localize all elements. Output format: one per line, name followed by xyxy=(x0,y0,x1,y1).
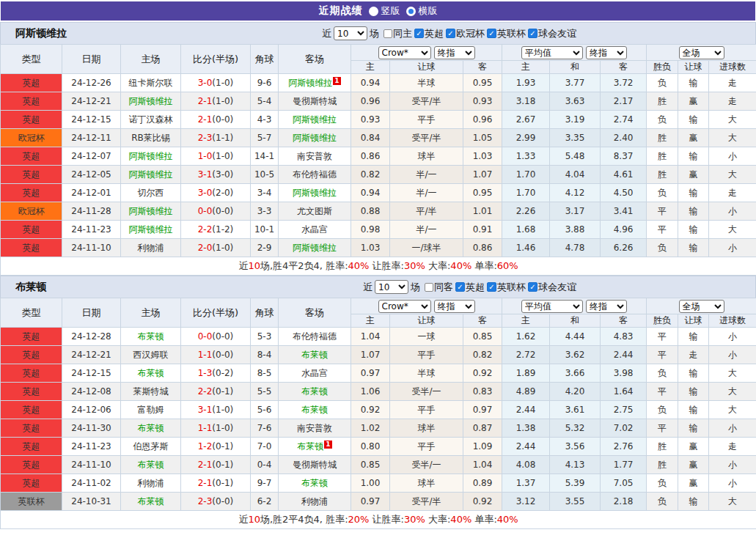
column-header: 日期 xyxy=(62,298,121,328)
avg-stage-select[interactable]: 终指 xyxy=(586,46,627,59)
match-date: 24-11-28 xyxy=(62,202,121,221)
avg-provider-select[interactable]: 平均值 xyxy=(521,300,583,313)
score: 0-0(0-0) xyxy=(181,202,251,221)
league-filter-checkbox[interactable]: ✓球会友谊 xyxy=(528,27,576,40)
result-outcome: 平 xyxy=(647,221,678,239)
halftime-score: (0-0) xyxy=(212,331,233,342)
recent-count-select[interactable]: 10 xyxy=(334,26,367,40)
team-label: 利物浦 xyxy=(138,243,164,253)
team-label: 阿斯顿维拉 xyxy=(293,133,337,143)
result-outcome: 负 xyxy=(647,364,678,383)
avg-provider-select[interactable]: 平均值 xyxy=(521,46,583,59)
match-row: 英超24-12-15布莱顿1-3(0-2)8-5水晶宫0.97半球0.921.8… xyxy=(1,364,756,383)
summary-segment: 10 xyxy=(248,260,260,271)
odds-provider-select[interactable]: Crow* xyxy=(378,300,431,313)
fulltime-scope-select[interactable]: 全场 xyxy=(679,300,724,313)
page: 近期战绩 竖版 横版 阿斯顿维拉近10场同主✓英超✓欧冠杯✓英联杯✓球会友谊类型… xyxy=(0,1,756,529)
fulltime-scope-select[interactable]: 全场 xyxy=(679,46,724,59)
league-filter-checkbox[interactable]: ✓英超 xyxy=(414,27,444,40)
result-goals: 小 xyxy=(709,474,756,493)
halftime-score: (1-0) xyxy=(212,78,233,88)
avg-home-odds: 2.44 xyxy=(502,401,550,419)
league-filter-label: 英联杯 xyxy=(497,27,526,40)
avg-group-header: 平均值终指 xyxy=(502,45,647,61)
venue-filter-checkbox[interactable]: 同主 xyxy=(383,27,412,40)
team-label: 切尔西 xyxy=(138,188,164,198)
checkbox-checked-icon[interactable]: ✓ xyxy=(414,29,424,38)
checkbox-checked-icon[interactable]: ✓ xyxy=(528,282,537,292)
radio-option-vertical[interactable]: 竖版 xyxy=(369,4,400,18)
venue-filter-checkbox[interactable]: 同客 xyxy=(425,281,453,294)
checkbox-unchecked-icon[interactable] xyxy=(425,283,433,292)
checkbox-checked-icon[interactable]: ✓ xyxy=(487,282,496,292)
fulltime-score: 3-0 xyxy=(198,188,213,198)
result-handicap: 赢 xyxy=(678,456,709,474)
crow-home-odds: 0.97 xyxy=(351,493,390,511)
fulltime-score: 2-2 xyxy=(198,224,213,235)
score: 1-3(0-2) xyxy=(181,364,251,383)
checkbox-unchecked-icon[interactable] xyxy=(383,29,392,38)
checkbox-checked-icon[interactable]: ✓ xyxy=(487,29,496,38)
odds-provider-select[interactable]: Crow* xyxy=(378,46,431,59)
score: 1-0(1-0) xyxy=(181,147,251,166)
checkbox-checked-icon[interactable]: ✓ xyxy=(446,29,455,38)
result-goals: 大 xyxy=(709,221,756,239)
crow-handicap: 平手 xyxy=(390,438,463,456)
avg-stage-select[interactable]: 终指 xyxy=(586,300,627,313)
league-filter-checkbox[interactable]: ✓英超 xyxy=(455,281,485,294)
result-goals: 大 xyxy=(709,383,756,401)
result-handicap: 输 xyxy=(678,74,709,92)
subcolumn-header: 进球数 xyxy=(709,314,756,328)
score: 3-0(1-0) xyxy=(181,74,251,92)
result-goals: 走 xyxy=(709,74,756,92)
summary-segment: 单率: xyxy=(471,260,497,271)
avg-draw-odds: 4.13 xyxy=(550,456,601,474)
recent-count-select[interactable]: 10 xyxy=(375,280,408,294)
corners: 5-6 xyxy=(251,401,279,419)
league-filter-label: 英超 xyxy=(425,27,444,40)
result-handicap: 输 xyxy=(678,239,709,257)
avg-draw-odds: 5.32 xyxy=(550,419,601,438)
radio-selected-icon[interactable] xyxy=(406,7,416,16)
halftime-score: (0-0) xyxy=(212,350,233,360)
corners: 8-5 xyxy=(251,364,279,383)
match-date: 24-11-30 xyxy=(62,419,121,438)
team-label: 布莱顿 xyxy=(301,350,328,360)
avg-home-odds: 2.67 xyxy=(502,111,550,129)
radio-option-horizontal[interactable]: 横版 xyxy=(406,4,438,18)
team-label: 水晶宫 xyxy=(301,368,328,378)
home-team: 布莱顿 xyxy=(121,456,181,474)
match-date: 24-12-07 xyxy=(62,147,121,166)
team-label: 阿斯顿维拉 xyxy=(129,224,173,235)
away-team: 阿斯顿维拉 xyxy=(279,184,351,202)
team-name: 布莱顿 xyxy=(1,281,46,294)
home-team: 纽卡斯尔联 xyxy=(121,74,181,92)
league-filter-checkbox[interactable]: ✓英联杯 xyxy=(487,281,526,294)
team-label: 阿斯顿维拉 xyxy=(288,78,332,88)
league-filter-checkbox[interactable]: ✓球会友谊 xyxy=(528,281,576,294)
summary-segment: 10 xyxy=(248,514,260,525)
league-badge: 英联杯 xyxy=(1,493,62,511)
subcolumn-header: 和 xyxy=(550,61,601,74)
avg-away-odds: 3.72 xyxy=(601,74,647,92)
corners: 3-3 xyxy=(251,202,279,221)
team-label: 纽卡斯尔联 xyxy=(129,78,173,88)
odds-stage-select[interactable]: 终指 xyxy=(434,46,475,59)
avg-away-odds: 1.64 xyxy=(601,383,647,401)
team-label: 布莱顿 xyxy=(138,368,164,378)
team-label: 布莱顿 xyxy=(301,386,328,397)
result-goals: 大 xyxy=(709,493,756,511)
league-filter-checkbox[interactable]: ✓欧冠杯 xyxy=(446,27,485,40)
crow-home-odds: 1.06 xyxy=(351,383,390,401)
corners: 6-2 xyxy=(251,493,279,511)
odds-stage-select[interactable]: 终指 xyxy=(434,300,475,313)
match-date: 24-12-01 xyxy=(62,184,121,202)
checkbox-checked-icon[interactable]: ✓ xyxy=(528,29,537,38)
checkbox-checked-icon[interactable]: ✓ xyxy=(455,282,465,292)
crow-handicap: 球半 xyxy=(390,419,463,438)
team-label: 诺丁汉森林 xyxy=(129,114,173,125)
result-handicap: 输 xyxy=(678,111,709,129)
radio-unselected-icon[interactable] xyxy=(369,7,378,16)
crow-handicap: 一/球半 xyxy=(390,239,463,257)
league-filter-checkbox[interactable]: ✓英联杯 xyxy=(487,27,526,40)
